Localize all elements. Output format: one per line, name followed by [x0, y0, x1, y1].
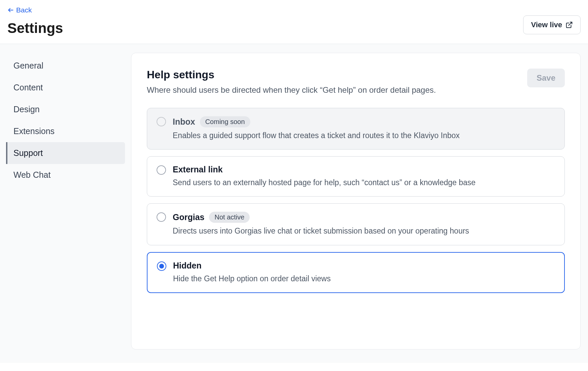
option-inbox: InboxComing soonEnables a guided support… [147, 108, 565, 150]
sidebar-item-web-chat[interactable]: Web Chat [6, 164, 125, 186]
topbar-left: Back Settings [7, 6, 63, 36]
option-title-row: GorgiasNot active [173, 212, 555, 223]
save-button[interactable]: Save [527, 69, 565, 87]
option-description: Hide the Get Help option on order detail… [173, 273, 555, 284]
option-title-row: External link [173, 165, 555, 174]
radio-hidden[interactable] [157, 261, 166, 271]
card-title: Help settings [147, 69, 436, 81]
sidebar-item-label: Support [13, 148, 43, 158]
card-header-text: Help settings Where should users be dire… [147, 69, 436, 96]
topbar: Back Settings View live [0, 0, 588, 44]
option-title: Inbox [173, 117, 195, 127]
option-badge: Coming soon [200, 116, 250, 127]
option-title-row: Hidden [173, 261, 555, 271]
card-subtitle: Where should users be directed when they… [147, 84, 436, 96]
sidebar-item-label: Web Chat [13, 170, 51, 179]
body-region: GeneralContentDesignExtensionsSupportWeb… [0, 44, 588, 363]
option-title: Hidden [173, 261, 202, 271]
option-body: InboxComing soonEnables a guided support… [173, 116, 555, 141]
option-title: Gorgias [173, 212, 204, 222]
arrow-left-icon [7, 7, 14, 13]
sidebar: GeneralContentDesignExtensionsSupportWeb… [0, 44, 131, 363]
option-title-row: InboxComing soon [173, 116, 555, 127]
option-description: Enables a guided support flow that creat… [173, 130, 555, 141]
svg-line-1 [569, 22, 572, 26]
sidebar-item-extensions[interactable]: Extensions [6, 120, 125, 142]
option-gorgias[interactable]: GorgiasNot activeDirects users into Gorg… [147, 203, 565, 245]
option-badge: Not active [209, 212, 250, 223]
sidebar-item-label: Extensions [13, 126, 54, 136]
options-list: InboxComing soonEnables a guided support… [147, 108, 565, 293]
option-body: HiddenHide the Get Help option on order … [173, 261, 555, 284]
option-external-link[interactable]: External linkSend users to an externally… [147, 156, 565, 197]
radio-inbox [157, 117, 166, 126]
sidebar-item-label: Content [13, 83, 43, 92]
option-body: GorgiasNot activeDirects users into Gorg… [173, 212, 555, 237]
sidebar-item-design[interactable]: Design [6, 98, 125, 120]
option-description: Send users to an externally hosted page … [173, 177, 555, 188]
sidebar-item-label: General [13, 61, 43, 70]
sidebar-item-label: Design [13, 105, 40, 114]
sidebar-item-general[interactable]: General [6, 55, 125, 77]
option-title: External link [173, 165, 223, 174]
page-title: Settings [7, 20, 63, 36]
card-header: Help settings Where should users be dire… [147, 69, 565, 96]
option-body: External linkSend users to an externally… [173, 165, 555, 188]
view-live-button[interactable]: View live [523, 15, 581, 34]
view-live-label: View live [531, 20, 562, 29]
back-link[interactable]: Back [7, 6, 63, 14]
sidebar-item-content[interactable]: Content [6, 77, 125, 98]
back-label: Back [16, 6, 32, 14]
option-description: Directs users into Gorgias live chat or … [173, 225, 555, 237]
radio-external-link[interactable] [157, 165, 166, 175]
sidebar-item-support[interactable]: Support [6, 142, 125, 164]
radio-gorgias[interactable] [157, 212, 166, 222]
external-link-icon [565, 21, 573, 29]
main-card: Help settings Where should users be dire… [131, 53, 581, 349]
option-hidden[interactable]: HiddenHide the Get Help option on order … [147, 252, 565, 293]
